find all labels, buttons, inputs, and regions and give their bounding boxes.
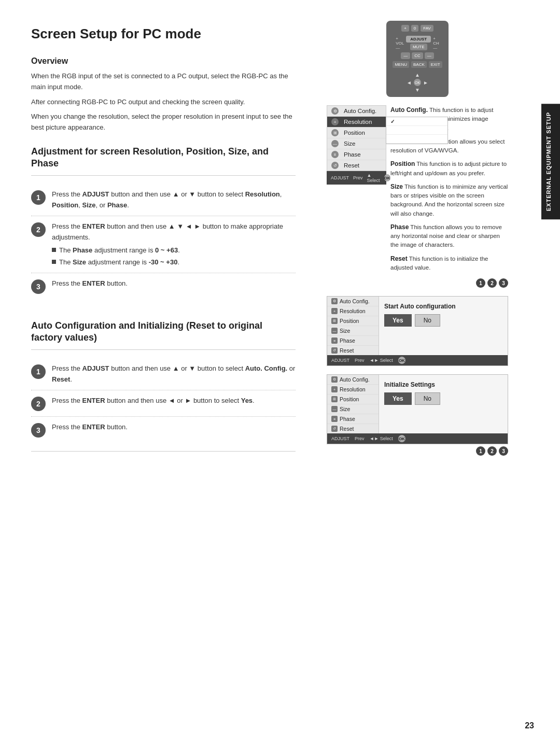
res-option-1[interactable]: ✓ 640 x 480 — [386, 117, 447, 126]
desc-label-reset: Reset — [390, 255, 408, 262]
auto-config-footer-2: ADJUST Prev ◄► Select OK — [327, 433, 508, 444]
auto-config-content-2: Initialize Settings Yes No — [379, 375, 508, 433]
auto-config-section-2: ⚙ Auto Config. + Resolution ⊞ Position — [327, 374, 508, 456]
step-dot-2-1: 1 — [476, 446, 485, 456]
ac-icon-autoconfig-1: ⚙ — [331, 298, 338, 304]
page-title: Screen Setup for PC mode — [31, 26, 296, 42]
remote-dash1: — — [401, 52, 410, 59]
remote-vol-label: +VOL— — [396, 36, 404, 50]
bold-enter-3: ENTER — [82, 397, 105, 404]
ac-label-phase-1: Phase — [340, 337, 355, 344]
step-2-number-2: 2 — [31, 397, 46, 411]
reset-icon: ↺ — [331, 162, 339, 169]
yes-button-1[interactable]: Yes — [384, 314, 412, 327]
step-dot-2-3: 3 — [499, 446, 508, 456]
ac-row-size-2[interactable]: — Size — [327, 404, 379, 414]
no-button-1[interactable]: No — [415, 314, 440, 327]
page-number: 23 — [525, 721, 534, 730]
footer-select: ▲ Select — [367, 173, 380, 183]
remote-menu-btn: MENU — [393, 61, 409, 68]
ac-row-position-1[interactable]: ⊞ Position — [327, 316, 379, 326]
ac-icon-autoconfig-2: ⚙ — [331, 376, 338, 383]
menu-row-position[interactable]: ⊞ Position — [327, 128, 386, 138]
position-label: Position — [344, 130, 365, 136]
remote-arrows: ▲ ◄ OK ► ▼ — [407, 72, 428, 93]
ac-icon-reset-1: ↺ — [331, 347, 338, 354]
auto-config-section-1: ⚙ Auto Config. + Resolution ⊞ Position — [327, 296, 508, 366]
remote-cc-row: — CC — — [390, 52, 444, 59]
footer-adjust: ADJUST — [331, 175, 349, 180]
ac-row-resolution-2[interactable]: + Resolution — [327, 385, 379, 395]
remote-top-buttons: + 0 FAV — [401, 25, 433, 32]
bullet-icon-2 — [52, 260, 56, 264]
ac-label-position-2: Position — [340, 396, 359, 402]
remote-middle-row: +VOL— ADJUST MUTE +CH— — [390, 36, 444, 50]
autoconfig-label: Auto Config. — [344, 108, 376, 114]
menu-row-phase[interactable]: ≡ Phase — [327, 149, 386, 160]
section1-title: Adjustment for screen Resolution, Positi… — [31, 146, 296, 170]
menu-row-size[interactable]: — Size — [327, 138, 386, 149]
main-content: Screen Setup for PC mode Overview When t… — [0, 0, 321, 746]
reset-label: Reset — [344, 162, 359, 168]
acf-ok-1: OK — [398, 357, 405, 364]
ac-row-autoconfig-2[interactable]: ⚙ Auto Config. — [327, 375, 379, 385]
auto-config-panel-2: ⚙ Auto Config. + Resolution ⊞ Position — [327, 374, 508, 444]
ac-row-size-1[interactable]: — Size — [327, 326, 379, 336]
step-indicators-1: 1 2 3 — [327, 278, 508, 288]
remote-ch-label: +CH— — [433, 36, 439, 50]
step-indicators-2: 1 2 3 — [327, 446, 508, 456]
auto-config-inner-1: ⚙ Auto Config. + Resolution ⊞ Position — [327, 297, 508, 355]
ac-row-phase-2[interactable]: ≡ Phase — [327, 414, 379, 424]
bold-adjust-2: ADJUST — [82, 364, 109, 372]
acf-ok-2: OK — [398, 435, 405, 442]
overview-para-1: When the RGB input of the set is connect… — [31, 71, 296, 93]
menu-row-resolution[interactable]: + Resolution ✓ 640 x 480 846 x 480 852 x… — [327, 117, 386, 128]
remote-btn-fav: FAV — [421, 25, 433, 32]
acf-prev-2: Prev — [355, 436, 365, 441]
right-panel: + 0 FAV +VOL— ADJUST MUTE +CH— — — [321, 0, 519, 746]
ac-label-size-1: Size — [340, 328, 350, 334]
yes-button-2[interactable]: Yes — [384, 392, 412, 405]
step-number-3: 3 — [31, 279, 46, 294]
sidebar-tab: EXTERNAL EQUIPMENT SETUP — [541, 104, 560, 219]
ac-row-resolution-1[interactable]: + Resolution — [327, 306, 379, 316]
remote-exit-btn: EXIT — [429, 61, 442, 68]
bold-reset: Reset — [52, 375, 70, 383]
step-dot-3: 3 — [499, 278, 508, 288]
divider-1 — [31, 175, 296, 176]
acf-adjust-2: ADJUST — [331, 436, 349, 441]
ac-row-phase-1[interactable]: ≡ Phase — [327, 336, 379, 346]
ac-row-position-2[interactable]: ⊞ Position — [327, 395, 379, 404]
desc-reset: Reset This function is to initialize the… — [390, 254, 508, 273]
page-container: Screen Setup for PC mode Overview When t… — [0, 0, 560, 746]
step-dot-2-2: 2 — [487, 446, 497, 456]
bold-auto-config: Auto. Config. — [245, 364, 288, 372]
desc-text-size: This function is to minimize any vertica… — [390, 184, 508, 217]
step-2-number-3: 3 — [31, 423, 46, 438]
step-2-2: 2 Press the ENTER button and then use ◄ … — [31, 390, 296, 417]
menu-row-autoconfig[interactable]: ⚙ Auto Config. — [327, 106, 386, 117]
ac-icon-position-2: ⊞ — [331, 396, 338, 402]
phase-icon: ≡ — [331, 151, 339, 158]
menu-left-panel: ⚙ Auto Config. + Resolution ✓ 640 x 480 … — [327, 105, 386, 276]
acf-select-2: ◄► Select — [370, 436, 393, 441]
config-title-1: Start Auto configuration — [384, 303, 456, 310]
ac-row-reset-1[interactable]: ↺ Reset — [327, 346, 379, 355]
menu-row-reset[interactable]: ↺ Reset — [327, 160, 386, 171]
yes-no-row-2: Yes No — [384, 392, 440, 405]
phase-label: Phase — [344, 151, 361, 158]
ac-row-reset-2[interactable]: ↺ Reset — [327, 424, 379, 433]
footer-prev: Prev — [353, 175, 363, 180]
ac-row-autoconfig-1[interactable]: ⚙ Auto Config. — [327, 297, 379, 306]
remote-control: + 0 FAV +VOL— ADJUST MUTE +CH— — — [386, 21, 449, 97]
res-option-2[interactable]: 846 x 480 — [386, 126, 447, 135]
acf-prev-1: Prev — [355, 358, 365, 363]
ac-label-size-2: Size — [340, 406, 350, 412]
ac-label-phase-2: Phase — [340, 416, 355, 422]
bold-yes: Yes — [241, 397, 253, 404]
res-option-3[interactable]: 852 x 480 — [386, 135, 447, 144]
step-1-2: 2 Press the ENTER button and then use ▲ … — [31, 216, 296, 273]
bullet-size: The Size adjustment range is -30 ~ +30. — [52, 257, 296, 268]
step-dot-1: 1 — [476, 278, 485, 288]
no-button-2[interactable]: No — [415, 392, 440, 405]
